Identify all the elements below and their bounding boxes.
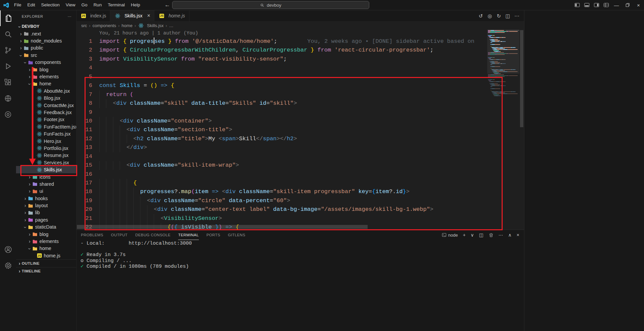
menu-view[interactable]: View bbox=[63, 0, 79, 10]
horizontal-scrollbar[interactable] bbox=[76, 225, 487, 229]
panel-tab-output[interactable]: OUTPUT bbox=[111, 230, 128, 240]
new-terminal-icon[interactable]: + bbox=[463, 232, 466, 238]
menu-terminal[interactable]: Terminal bbox=[105, 0, 128, 10]
code-line-21[interactable]: 21<VisibilitySensor> bbox=[76, 214, 487, 223]
account-icon[interactable] bbox=[0, 241, 16, 257]
tree-folder-components[interactable]: ›components bbox=[16, 59, 76, 66]
code-line-16[interactable]: 16 bbox=[76, 170, 487, 179]
breadcrumb-item[interactable]: components bbox=[93, 23, 116, 28]
tree-folder-pages[interactable]: ›pages bbox=[16, 216, 76, 223]
code-line-18[interactable]: 18progresses?.map(item => <div className… bbox=[76, 187, 487, 196]
gitlens-compare-icon[interactable]: ↻ bbox=[494, 13, 503, 19]
code-line-12[interactable]: 12<h2 className="title">My <span>Skill</… bbox=[76, 135, 487, 143]
panel-tab-gitlens[interactable]: GITLENS bbox=[228, 230, 245, 240]
remote-icon[interactable] bbox=[0, 90, 16, 106]
panel-tab-ports[interactable]: PORTS bbox=[207, 230, 220, 240]
tree-folder-home[interactable]: ›home bbox=[16, 245, 76, 252]
code-line-8[interactable]: 8<div className="skill" data-title="Skil… bbox=[76, 99, 487, 108]
tree-file-footer.jsx[interactable]: Footer.jsx bbox=[16, 116, 76, 123]
close-icon[interactable]: × bbox=[147, 13, 150, 18]
tree-file-contactme.jsx[interactable]: ContactMe.jsx bbox=[16, 102, 76, 109]
minimap[interactable] bbox=[487, 29, 519, 230]
code-line-13[interactable]: 13</div> bbox=[76, 143, 487, 152]
code-line-6[interactable]: 6const Skills = () => { bbox=[76, 81, 487, 90]
customize-layout-icon[interactable] bbox=[601, 3, 611, 7]
tree-folder-staticdata[interactable]: ›staticData bbox=[16, 224, 76, 231]
maximize-panel-icon[interactable]: ∧ bbox=[508, 232, 512, 238]
search-icon[interactable] bbox=[0, 26, 16, 42]
tree-folder-public[interactable]: ›public bbox=[16, 45, 76, 52]
source-control-icon[interactable] bbox=[0, 42, 16, 58]
command-center-search[interactable]: devboy bbox=[172, 1, 369, 9]
tab-index.js[interactable]: JSindex.js bbox=[76, 10, 110, 21]
gitlens-icon[interactable] bbox=[0, 106, 16, 122]
tab-home.js[interactable]: JShome.js bbox=[154, 10, 189, 21]
code-line-5[interactable]: 5 bbox=[76, 73, 487, 81]
tree-folder-blog[interactable]: ›blog bbox=[16, 66, 76, 73]
code-line-2[interactable]: 2import { CircularProgressbarWithChildre… bbox=[76, 46, 487, 55]
tree-file-funfactitem.jsx[interactable]: FunFactItem.jsx bbox=[16, 123, 76, 130]
tree-folder-elements[interactable]: ›elements bbox=[16, 238, 76, 245]
code-line-4[interactable]: 4 bbox=[76, 64, 487, 72]
close-button[interactable]: × bbox=[633, 0, 644, 10]
tree-file-funfacts.jsx[interactable]: FunFacts.jsx bbox=[16, 130, 76, 137]
tree-folder-src[interactable]: ›src bbox=[16, 52, 76, 59]
settings-icon[interactable] bbox=[0, 257, 16, 273]
tree-file-home.js[interactable]: JShome.js bbox=[16, 252, 76, 259]
menu-help[interactable]: Help bbox=[128, 0, 143, 10]
toggle-secondary-sidebar-icon[interactable] bbox=[592, 3, 601, 7]
tree-folder-layout[interactable]: ›layout bbox=[16, 202, 76, 209]
tree-folder-blog[interactable]: ›blog bbox=[16, 231, 76, 238]
panel-tab-problems[interactable]: PROBLEMS bbox=[81, 230, 103, 240]
codelens-annotation[interactable]: You, 21 hours ago | 1 author (You) bbox=[99, 29, 487, 37]
gitlens-file-annotations-icon[interactable]: ↺ bbox=[476, 13, 485, 19]
sidebar-section-timeline[interactable]: ›TIMELINE bbox=[16, 267, 76, 275]
breadcrumb-item[interactable]: … bbox=[169, 23, 173, 28]
tree-folder-.next[interactable]: ›.next bbox=[16, 30, 76, 37]
tree-file-hero.jsx[interactable]: Hero.jsx bbox=[16, 138, 76, 145]
more-actions-icon[interactable]: ⋯ bbox=[512, 13, 521, 19]
extensions-icon[interactable] bbox=[0, 74, 16, 90]
breadcrumb-item[interactable]: src bbox=[81, 23, 87, 28]
kill-terminal-icon[interactable] bbox=[489, 233, 494, 238]
code-line-20[interactable]: 20<div className="center-text label" dat… bbox=[76, 205, 487, 214]
tree-file-aboutme.jsx[interactable]: AboutMe.jsx bbox=[16, 87, 76, 94]
workspace-section-header[interactable]: › DEVBOY bbox=[16, 23, 76, 30]
close-panel-icon[interactable]: × bbox=[517, 232, 519, 238]
code-line-9[interactable]: 9 bbox=[76, 108, 487, 117]
tree-file-feedback.jsx[interactable]: Feedback.jsx bbox=[16, 109, 76, 116]
code-line-10[interactable]: 10<div className="container"> bbox=[76, 117, 487, 126]
code-line-19[interactable]: 19<div className="circle" data-percent="… bbox=[76, 196, 487, 205]
tree-file-skills.jsx[interactable]: Skills.jsx bbox=[16, 166, 76, 173]
code-line-7[interactable]: 7return ( bbox=[76, 90, 487, 99]
code-line-15[interactable]: 15<div className="skill-item-wrap"> bbox=[76, 161, 487, 170]
breadcrumb-item[interactable]: Skills.jsx bbox=[138, 23, 164, 28]
minimize-button[interactable]: — bbox=[611, 0, 622, 10]
toggle-panel-icon[interactable] bbox=[582, 3, 592, 7]
code-editor[interactable]: You, 21 hours ago | 1 author (You) 1impo… bbox=[76, 29, 524, 230]
menu-file[interactable]: File bbox=[11, 0, 24, 10]
sidebar-section-outline[interactable]: ›OUTLINE bbox=[16, 259, 76, 267]
tree-folder-home[interactable]: ›home bbox=[16, 80, 76, 87]
run-debug-icon[interactable] bbox=[0, 58, 16, 74]
tree-folder-icons[interactable]: ›icons bbox=[16, 173, 76, 180]
explorer-icon[interactable] bbox=[0, 10, 16, 26]
code-line-17[interactable]: 17{ bbox=[76, 179, 487, 187]
toggle-primary-sidebar-icon[interactable] bbox=[572, 3, 582, 7]
menu-selection[interactable]: Selection bbox=[38, 0, 63, 10]
terminal-output[interactable]: - Local: http://localhost:3000✓ Ready in… bbox=[76, 240, 524, 269]
split-editor-icon[interactable]: ◫ bbox=[503, 13, 512, 19]
tree-file-blog.jsx[interactable]: Blog.jsx bbox=[16, 95, 76, 102]
tree-file-services.jsx[interactable]: Services.jsx bbox=[16, 159, 76, 166]
vertical-scrollbar[interactable] bbox=[519, 29, 524, 230]
explorer-more-actions-icon[interactable]: ⋯ bbox=[68, 14, 72, 19]
panel-tab-debug-console[interactable]: DEBUG CONSOLE bbox=[135, 230, 171, 240]
tree-file-portfolio.jsx[interactable]: Portfolio.jsx bbox=[16, 145, 76, 152]
code-line-3[interactable]: 3import VisibilitySensor from "react-vis… bbox=[76, 55, 487, 64]
gitlens-graph-icon[interactable]: ◎ bbox=[485, 13, 494, 19]
menu-edit[interactable]: Edit bbox=[24, 0, 38, 10]
code-line-1[interactable]: 1import { progresses } from '@/staticDat… bbox=[76, 37, 487, 46]
split-terminal-icon[interactable]: ◫ bbox=[479, 232, 483, 238]
code-line-11[interactable]: 11<div className="section-title"> bbox=[76, 126, 487, 134]
tree-file-resume.jsx[interactable]: Resume.jsx bbox=[16, 152, 76, 159]
